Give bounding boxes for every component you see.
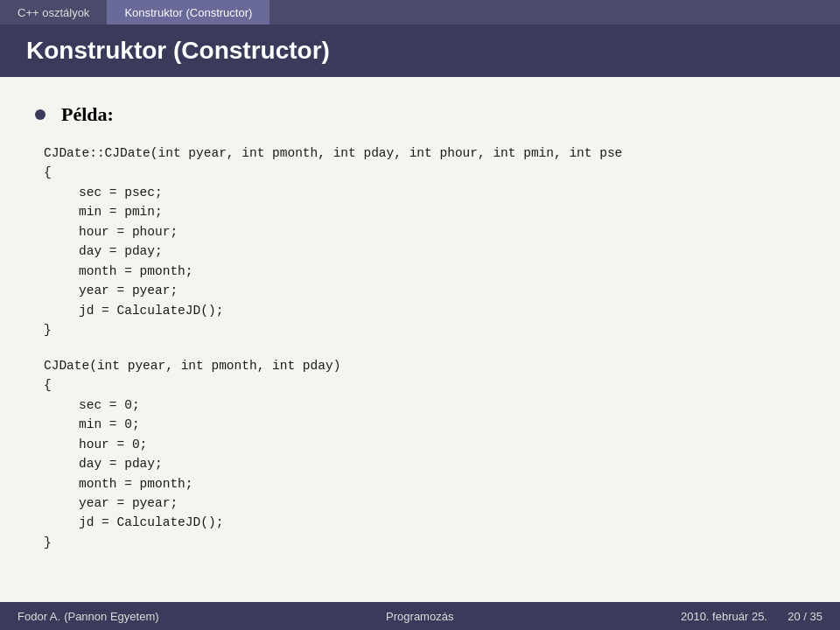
code-line-1-0: CJDate::CJDate(int pyear, int pmonth, in… xyxy=(44,144,805,163)
footer: Fodor A. (Pannon Egyetem) Programozás 20… xyxy=(0,602,840,630)
section-heading: Példa: xyxy=(35,103,805,126)
nav-item-constructor[interactable]: Konstruktor (Constructor) xyxy=(107,0,270,24)
code-line-2-9: } xyxy=(44,533,805,552)
section-label: Példa: xyxy=(61,103,114,126)
code-line-2-2: sec = 0; xyxy=(79,396,805,415)
code-line-1-5: day = pday; xyxy=(79,242,805,261)
code-line-1-6: month = pmonth; xyxy=(79,262,805,281)
code-line-1-8: jd = CalculateJD(); xyxy=(79,301,805,320)
code-line-2-5: day = pday; xyxy=(79,454,805,473)
code-line-1-9: } xyxy=(44,320,805,340)
footer-course: Programozás xyxy=(386,610,453,623)
code-line-2-7: year = pyear; xyxy=(79,494,805,513)
footer-left: Fodor A. (Pannon Egyetem) xyxy=(18,610,159,623)
code-line-1-3: min = pmin; xyxy=(79,202,805,221)
title-bar: Konstruktor (Constructor) xyxy=(0,24,840,77)
code-line-2-4: hour = 0; xyxy=(79,435,805,454)
footer-date: 2010. február 25. xyxy=(681,610,767,623)
top-navigation: C++ osztályok Konstruktor (Constructor) xyxy=(0,0,840,24)
footer-separator xyxy=(774,610,780,623)
bullet-icon xyxy=(35,109,46,120)
code-line-1-2: sec = psec; xyxy=(79,183,805,202)
main-content: Példa: CJDate::CJDate(int pyear, int pmo… xyxy=(0,77,840,578)
footer-right: 2010. február 25. 20 / 35 xyxy=(681,610,822,623)
code-line-1-1: { xyxy=(44,163,805,182)
code-line-1-4: hour = phour; xyxy=(79,222,805,242)
page-title: Konstruktor (Constructor) xyxy=(26,37,814,65)
footer-org: (Pannon Egyetem) xyxy=(64,610,158,623)
code-block-2: CJDate(int pyear, int pmonth, int pday) … xyxy=(44,356,805,553)
footer-center: Programozás xyxy=(386,610,453,623)
code-block-1: CJDate::CJDate(int pyear, int pmonth, in… xyxy=(44,144,805,340)
nav-item-cpp[interactable]: C++ osztályok xyxy=(0,0,107,24)
footer-pages: 20 / 35 xyxy=(788,610,822,623)
code-line-2-8: jd = CalculateJD(); xyxy=(79,513,805,532)
footer-author: Fodor A. xyxy=(18,610,60,623)
code-line-2-3: min = 0; xyxy=(79,415,805,434)
code-line-2-1: { xyxy=(44,375,805,395)
code-line-2-0: CJDate(int pyear, int pmonth, int pday) xyxy=(44,356,805,375)
code-line-2-6: month = pmonth; xyxy=(79,474,805,494)
code-line-1-7: year = pyear; xyxy=(79,281,805,300)
